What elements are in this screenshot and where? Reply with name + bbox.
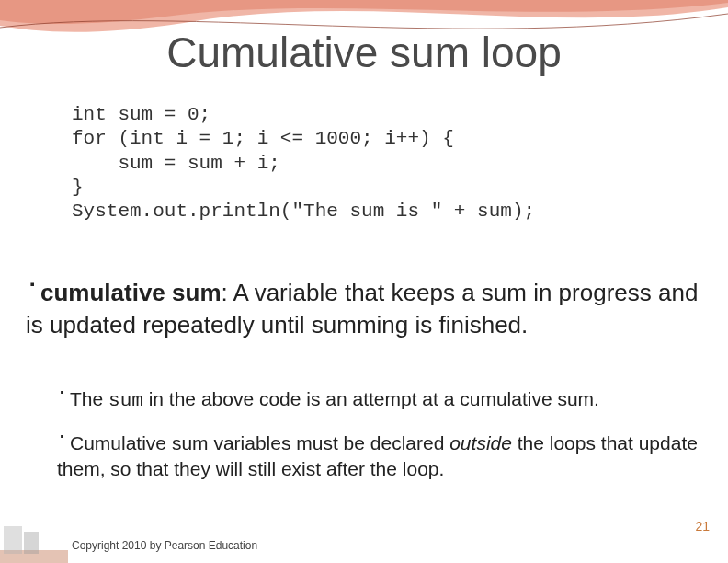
copyright-text: Copyright 2010 by Pearson Education (72, 539, 257, 552)
sub-bullet-2: ་Cumulative sum variables must be declar… (26, 429, 706, 481)
sub-bullet-2-pre: Cumulative sum variables must be declare… (70, 432, 449, 454)
page-number: 21 (695, 519, 710, 534)
svg-rect-2 (24, 532, 39, 554)
italic-outside: outside (449, 432, 512, 454)
svg-rect-1 (4, 526, 22, 554)
sub-bullet-1: ་The sum in the above code is an attempt… (26, 385, 706, 413)
sub-bullet-1-post: in the above code is an attempt at a cum… (143, 388, 599, 409)
bullet-icon: ་ (57, 386, 68, 410)
footer-graphic (0, 523, 68, 563)
inline-code-sum: sum (108, 390, 143, 411)
sub-bullet-1-pre: The (70, 388, 108, 409)
bullet-icon: ་ (26, 278, 39, 306)
bullet-icon: ་ (57, 431, 68, 454)
code-example: int sum = 0; for (int i = 1; i <= 1000; … (72, 103, 535, 224)
definition-paragraph: ་cumulative sum: A variable that keeps a… (26, 276, 706, 340)
svg-rect-0 (0, 550, 68, 563)
slide-title: Cumulative sum loop (0, 28, 728, 77)
definition-term: cumulative sum (40, 279, 222, 306)
